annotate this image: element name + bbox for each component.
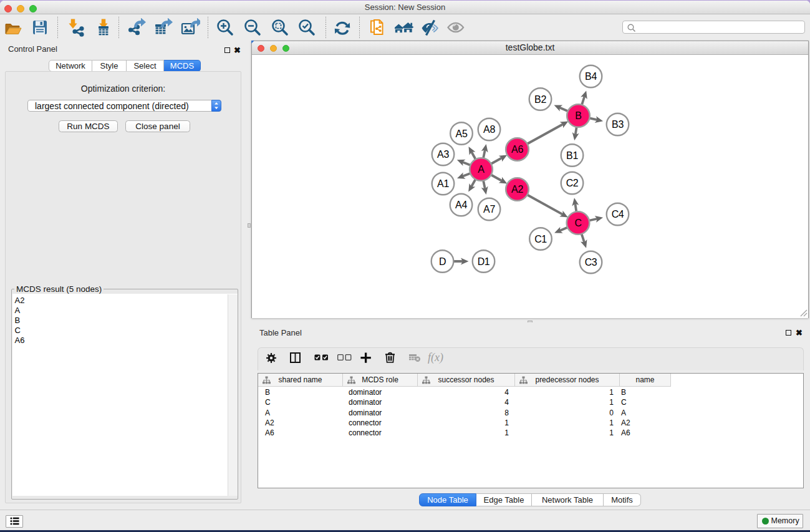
svg-text:B2: B2: [534, 94, 546, 105]
svg-text:A7: A7: [483, 204, 495, 215]
svg-text:D: D: [439, 256, 446, 267]
svg-text:B3: B3: [612, 119, 624, 130]
svg-text:C4: C4: [612, 209, 624, 220]
svg-text:B1: B1: [566, 150, 578, 161]
svg-text:A: A: [478, 164, 485, 175]
svg-text:A2: A2: [511, 184, 523, 195]
svg-text:A3: A3: [437, 149, 449, 160]
svg-text:C2: C2: [566, 178, 579, 188]
svg-text:A1: A1: [437, 178, 449, 189]
svg-text:A4: A4: [455, 200, 467, 210]
svg-text:B4: B4: [585, 71, 597, 82]
svg-text:D1: D1: [478, 256, 490, 267]
svg-text:A6: A6: [511, 144, 523, 155]
svg-text:A5: A5: [456, 128, 468, 139]
svg-text:C: C: [574, 218, 581, 228]
svg-text:B: B: [575, 110, 581, 121]
svg-text:C3: C3: [585, 257, 597, 268]
svg-text:C1: C1: [534, 234, 547, 244]
svg-text:A8: A8: [483, 124, 495, 135]
